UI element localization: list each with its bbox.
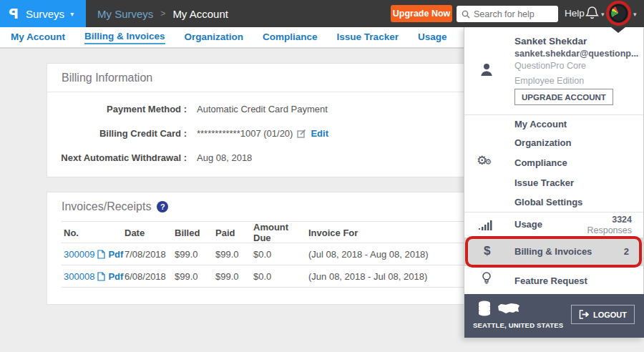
invoice-date: 6/08/2018 (125, 271, 175, 282)
invoices-title: Invoices/Receipts (62, 200, 151, 213)
tab-my-account[interactable]: My Account (11, 31, 65, 44)
invoice-paid: $99.0 (215, 271, 253, 282)
invoice-number-link[interactable]: 300009 (64, 249, 94, 260)
next-withdrawal-value: Aug 08, 2018 (197, 152, 252, 163)
col-date: Date (125, 228, 175, 238)
datacenter-location-label: SEATTLE, UNITED STATES (473, 321, 563, 329)
col-amount-due: Amount Due (253, 222, 308, 243)
payment-method-label: Payment Method : (47, 104, 187, 114)
invoice-paid: $99.0 (215, 249, 253, 260)
billing-credit-card-value: ************1007 (01/20) (197, 128, 293, 139)
payment-method-value: Automatic Credit Card Payment (197, 104, 328, 114)
help-link[interactable]: Help (565, 8, 585, 19)
billing-information-title: Billing Information (62, 72, 152, 84)
tab-organization[interactable]: Organization (185, 31, 244, 44)
breadcrumb: My Surveys > My Account (97, 0, 228, 27)
account-user-email: sanket.shekdar@questionp... (514, 49, 638, 59)
questionpro-logo-icon: P (9, 6, 19, 21)
invoice-billed: $99.0 (175, 249, 215, 260)
pdf-file-icon[interactable] (97, 272, 105, 281)
logout-button[interactable]: LOGOUT (571, 305, 635, 324)
invoice-number-link[interactable]: 300008 (64, 271, 94, 282)
menu-item-feature-request[interactable]: Feature Request (514, 275, 587, 286)
search-input[interactable] (474, 9, 553, 19)
usage-responses-unit: Responses (587, 225, 632, 235)
panel-footer: SEATTLE, UNITED STATES LOGOUT (464, 294, 644, 338)
tab-billing-invoices[interactable]: Billing & Invoices (84, 31, 165, 44)
product-name: Surveys (26, 8, 64, 20)
menu-item-organization[interactable]: Organization (514, 137, 571, 148)
user-person-icon (479, 62, 494, 77)
invoice-amount-due: $0.0 (253, 249, 308, 260)
help-search[interactable] (457, 6, 558, 22)
notifications-bell-icon[interactable] (585, 6, 599, 21)
next-withdrawal-label: Next Automatic Withdrawal : (47, 152, 187, 163)
edit-pencil-icon[interactable] (297, 129, 306, 138)
chevron-down-icon: ▾ (70, 10, 74, 18)
invoice-amount-due: $0.0 (253, 271, 308, 282)
tab-usage[interactable]: Usage (418, 31, 447, 44)
dollar-icon: $ (484, 244, 490, 258)
usage-responses-count: 3324 (612, 215, 632, 225)
logout-exit-icon (579, 310, 589, 319)
menu-item-global-settings[interactable]: Global Settings (514, 197, 582, 207)
pdf-link[interactable]: Pdf (108, 271, 123, 282)
menu-item-my-account[interactable]: My Account (514, 119, 567, 129)
col-billed: Billed (175, 228, 215, 238)
upgrade-now-button[interactable]: Upgrade Now (391, 5, 452, 22)
dropdown-pointer (611, 27, 625, 33)
billing-invoices-label[interactable]: Billing & Invoices (514, 246, 592, 257)
upgrade-account-button[interactable]: UPGRADE ACCOUNT (514, 89, 613, 105)
menu-item-usage[interactable]: Usage (514, 219, 542, 230)
col-paid: Paid (215, 228, 253, 238)
billing-credit-card-label: Billing Credit Card : (47, 128, 187, 139)
top-header: P Surveys ▾ My Surveys > My Account Upgr… (0, 0, 644, 27)
chevron-down-icon: ▾ (633, 11, 637, 18)
search-icon (462, 10, 470, 19)
bar-chart-usage-icon (479, 220, 493, 230)
user-avatar[interactable] (610, 4, 628, 22)
tab-compliance[interactable]: Compliance (263, 31, 318, 44)
account-user-name: Sanket Shekdar (514, 36, 587, 47)
product-switcher[interactable]: P Surveys ▾ (0, 0, 86, 27)
divider (464, 114, 643, 115)
edit-credit-card-link[interactable]: Edit (311, 128, 328, 139)
invoice-date: 7/08/2018 (125, 249, 175, 260)
logout-label: LOGOUT (593, 311, 627, 319)
col-no: No. (64, 228, 125, 238)
billing-invoices-count: 2 (624, 246, 629, 257)
account-dropdown-panel: Sanket Shekdar sanket.shekdar@questionp.… (464, 27, 644, 338)
gears-settings-icon: ⚙⚙ (477, 153, 492, 168)
account-edition: Employee Edition (514, 76, 584, 86)
menu-item-compliance[interactable]: Compliance (514, 157, 567, 168)
chevron-down-icon: ▾ (601, 11, 605, 18)
annotation-circle-avatar (606, 1, 631, 26)
breadcrumb-separator: > (160, 9, 165, 19)
account-product: QuestionPro Core (514, 61, 586, 71)
breadcrumb-current-page: My Account (172, 8, 228, 20)
menu-item-issue-tracker[interactable]: Issue Tracker (514, 177, 574, 188)
divider (464, 212, 643, 212)
usa-map-icon (497, 302, 520, 316)
help-question-icon[interactable]: ? (157, 201, 168, 212)
server-database-icon (477, 300, 492, 316)
tab-issue-tracker[interactable]: Issue Tracker (337, 31, 399, 44)
pdf-link[interactable]: Pdf (108, 249, 123, 260)
breadcrumb-my-surveys[interactable]: My Surveys (97, 8, 153, 20)
invoice-billed: $99.0 (175, 271, 215, 282)
lightbulb-icon (482, 272, 492, 285)
pdf-file-icon[interactable] (97, 250, 105, 259)
